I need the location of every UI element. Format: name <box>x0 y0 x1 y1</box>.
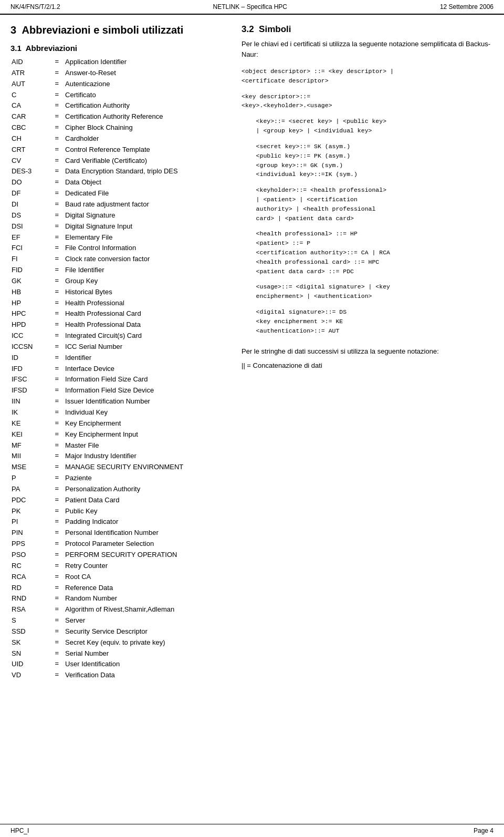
abbrev-definition: Secret Key (equiv. to private key) <box>64 637 231 648</box>
abbrev-code: VD <box>10 670 52 681</box>
abbrev-definition: Certification Authority <box>64 100 231 111</box>
abbrev-code: HPD <box>10 319 52 330</box>
abbrev-equals: = <box>52 516 64 528</box>
abbrev-equals: = <box>52 550 64 561</box>
abbrev-code: CV <box>10 156 52 167</box>
page-footer: HPC_I Page 4 <box>0 824 504 837</box>
code-block: <usage>::= <digital signature> | <key en… <box>242 282 494 301</box>
list-item: VD = Verification Data <box>10 670 231 681</box>
abbrev-equals: = <box>52 353 64 364</box>
list-item: RC = Retry Counter <box>10 561 231 572</box>
code-blocks: <object descriptor> ::= <key descriptor>… <box>242 67 494 336</box>
abbrev-code: UID <box>10 659 52 670</box>
abbrev-definition: Individual Key <box>64 407 231 418</box>
list-item: RD = Reference Data <box>10 583 231 594</box>
abbrev-code: HP <box>10 298 52 309</box>
abbrev-code: MSE <box>10 462 52 473</box>
list-item: PSO = PERFORM SECURITY OPERATION <box>10 550 231 561</box>
list-item: AID = Application Identifier <box>10 57 231 68</box>
abbrev-equals: = <box>52 670 64 681</box>
abbrev-equals: = <box>52 407 64 418</box>
abbrev-code: ICC <box>10 330 52 342</box>
abbrev-equals: = <box>52 90 64 101</box>
list-item: RND = Random Number <box>10 593 231 604</box>
abbrev-definition: Major Industry Identifier <box>64 451 231 462</box>
list-item: SN = Serial Number <box>10 648 231 659</box>
abbrev-definition: Public Key <box>64 506 231 517</box>
list-item: C = Certificato <box>10 90 231 101</box>
list-item: MF = Master File <box>10 440 231 451</box>
abbrev-code: PIN <box>10 528 52 539</box>
list-item: S = Server <box>10 615 231 626</box>
abbrev-definition: Digital Signature <box>64 210 231 221</box>
abbrev-definition: Health Professional <box>64 298 231 309</box>
abbrev-code: MF <box>10 440 52 451</box>
code-block: <key>::= <secret key> | <public key> | <… <box>242 117 494 136</box>
abbrev-definition: Answer-to-Reset <box>64 68 231 79</box>
abbrev-definition: Random Number <box>64 593 231 604</box>
abbreviazioni-section: 3.1 Abbreviazioni AID = Application Iden… <box>10 44 231 681</box>
abbrev-definition: Application Identifier <box>64 57 231 68</box>
abbrev-definition: Algorithm of Rivest,Shamir,Adleman <box>64 604 231 615</box>
abbrev-equals: = <box>52 626 64 637</box>
list-item: RCA = Root CA <box>10 572 231 583</box>
header-center: NETLINK – Specifica HPC <box>213 3 287 11</box>
list-item: FID = File Identifier <box>10 265 231 276</box>
abbrev-code: AUT <box>10 79 52 90</box>
abbrev-equals: = <box>52 319 64 330</box>
abbrev-equals: = <box>52 364 64 375</box>
abbrev-definition: Certificato <box>64 90 231 101</box>
list-item: CV = Card Verifiable (Certificato) <box>10 156 231 167</box>
code-block: <secret key>::= SK (asym.) <public key>:… <box>242 142 494 179</box>
abbrev-equals: = <box>52 221 64 232</box>
list-item: FCI = File Control Information <box>10 243 231 254</box>
abbrev-code: ICCSN <box>10 342 52 353</box>
abbrev-code: FCI <box>10 243 52 254</box>
abbrev-equals: = <box>52 418 64 429</box>
abbrev-equals: = <box>52 528 64 539</box>
code-block: <key descriptor>::= <key>.<keyholder>.<u… <box>242 92 494 111</box>
list-item: DES-3 = Data Encryption Standard, triplo… <box>10 166 231 177</box>
list-item: AUT = Autenticazione <box>10 79 231 90</box>
abbrev-equals: = <box>52 385 64 396</box>
abbrev-definition: Identifier <box>64 353 231 364</box>
list-item: IIN = Issuer Identification Number <box>10 396 231 407</box>
abbrev-definition: Card Verifiable (Certificato) <box>64 156 231 167</box>
abbrev-equals: = <box>52 593 64 604</box>
abbrev-equals: = <box>52 330 64 342</box>
abbrev-equals: = <box>52 177 64 188</box>
abbrev-equals: = <box>52 637 64 648</box>
abbrev-code: RND <box>10 593 52 604</box>
list-item: SK = Secret Key (equiv. to private key) <box>10 637 231 648</box>
list-item: CRT = Control Reference Template <box>10 144 231 156</box>
abbrev-definition: Retry Counter <box>64 561 231 572</box>
abbrev-equals: = <box>52 254 64 265</box>
abbrev-definition: MANAGE SECURITY ENVIRONMENT <box>64 462 231 473</box>
chapter-title: 3 Abbreviazioni e simboli utilizzati <box>10 24 231 36</box>
list-item: MSE = MANAGE SECURITY ENVIRONMENT <box>10 462 231 473</box>
abbrev-definition: Paziente <box>64 473 231 484</box>
abbrev-code: P <box>10 473 52 484</box>
abbrev-code: IFSD <box>10 385 52 396</box>
list-item: PK = Public Key <box>10 506 231 517</box>
abbrev-equals: = <box>52 473 64 484</box>
abbrev-code: KE <box>10 418 52 429</box>
concat-label: || = Concatenazione di dati <box>242 360 494 371</box>
abbrev-definition: Certification Authority Reference <box>64 111 231 122</box>
abbrev-equals: = <box>52 648 64 659</box>
abbrev-code: DI <box>10 199 52 210</box>
abbrev-equals: = <box>52 440 64 451</box>
abbrev-definition: Verification Data <box>64 670 231 681</box>
header-left: NK/4/FNS/T/2/1.2 <box>10 3 60 11</box>
list-item: IFSD = Information Field Size Device <box>10 385 231 396</box>
abbrev-equals: = <box>52 265 64 276</box>
abbrev-definition: Health Professional Card <box>64 308 231 319</box>
abbrev-code: DES-3 <box>10 166 52 177</box>
list-item: ID = Identifier <box>10 353 231 364</box>
abbrev-equals: = <box>52 506 64 517</box>
abbrev-code: SSD <box>10 626 52 637</box>
list-item: DO = Data Object <box>10 177 231 188</box>
abbrev-equals: = <box>52 342 64 353</box>
abbrev-code: CA <box>10 100 52 111</box>
left-column: 3 Abbreviazioni e simboli utilizzati 3.1… <box>10 24 231 681</box>
